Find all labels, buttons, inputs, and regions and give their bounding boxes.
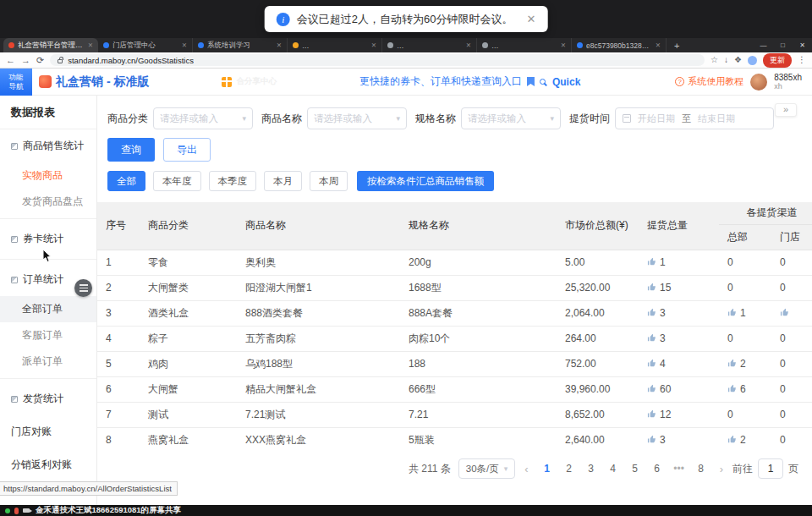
pickup-icon (647, 409, 660, 420)
window-maximize-button[interactable]: □ (773, 41, 793, 49)
extensions-icon[interactable]: ❖ (734, 56, 742, 64)
cell-spec: 200g (400, 250, 557, 275)
tutorial-link[interactable]: ? 系统使用教程 (675, 75, 743, 88)
table-row: 4粽子五芳斋肉粽肉粽10个264.00300 (97, 326, 812, 351)
tab-close-icon[interactable]: ✕ (656, 41, 661, 49)
browser-tab[interactable]: e8c573980b1328a258fd2e6f✕ (572, 38, 667, 52)
tab-close-icon[interactable]: ✕ (182, 41, 187, 49)
sidebar-subitem[interactable]: 派单订单 (0, 349, 96, 375)
page-size-select[interactable]: 30条/页 ▾ (458, 458, 516, 479)
sidebar-subitem[interactable]: 发货商品盘点 (0, 189, 96, 215)
date-range-picker[interactable]: 开始日期 至 结束日期 (615, 107, 774, 129)
browser-tab[interactable]: 系统培训学习✕ (193, 38, 288, 52)
quick-filter-chip[interactable]: 本季度 (209, 171, 257, 191)
quick-filter-chip[interactable]: 本周 (310, 171, 348, 191)
sidebar-subitem[interactable]: 客服订单 (0, 322, 96, 349)
sidebar-item[interactable]: 发货统计 (0, 382, 96, 415)
reload-icon[interactable]: ⟳ (36, 56, 44, 65)
spec-select[interactable]: 请选择或输入 ▾ (461, 107, 561, 129)
sidebar-item[interactable]: 券卡统计 (0, 222, 96, 255)
cell-name: 888酒类套餐 (237, 300, 400, 326)
tab-close-icon[interactable]: ✕ (561, 41, 566, 49)
tab-close-icon[interactable]: ✕ (277, 41, 282, 49)
browser-tab[interactable]: …✕ (382, 38, 477, 52)
cell-category: 鸡肉 (140, 351, 237, 376)
downloads-icon[interactable]: ↓ (724, 56, 728, 64)
filter-spec-label: 规格名称 (415, 112, 456, 126)
pagination-page[interactable]: 6 (648, 459, 667, 478)
pagination-pages: 123456•••8 (538, 459, 710, 478)
bookmark-star-icon[interactable]: ☆ (710, 56, 718, 64)
category-placeholder: 请选择或输入 (160, 113, 218, 125)
filter-name: 商品名称 请选择或输入 ▾ (261, 107, 407, 129)
summary-button[interactable]: 按检索条件汇总商品销售额 (357, 171, 494, 191)
browser-update-button[interactable]: 更新 (763, 53, 792, 68)
quick-filter-chip[interactable]: 全部 (107, 171, 145, 191)
browser-tab[interactable]: 门店管理中心✕ (98, 38, 193, 52)
sidebar-subitem[interactable]: 全部订单 (0, 296, 96, 322)
sidebar-item[interactable]: 商品销售统计 (0, 129, 96, 162)
browser-tab[interactable]: …✕ (477, 38, 572, 52)
lock-icon[interactable] (58, 59, 63, 63)
cell-spec: 7.21 (400, 402, 557, 427)
pagination-page[interactable]: 4 (604, 459, 623, 478)
forward-icon[interactable]: → (21, 56, 30, 65)
sidebar-item[interactable]: 分销返利对账 (0, 448, 96, 481)
prev-page-icon[interactable]: ‹ (523, 463, 529, 475)
sidebar-item[interactable]: 门店对账 (0, 415, 96, 448)
panel-collapse-icon[interactable]: » (775, 103, 797, 117)
export-button[interactable]: 导出 (163, 138, 211, 162)
tab-close-icon[interactable]: ✕ (371, 41, 376, 49)
tab-label: … (397, 41, 463, 50)
cell-pickup-total: 4 (639, 351, 719, 376)
category-select[interactable]: 请选择或输入 ▾ (153, 107, 253, 129)
table-row: 6大闸蟹精品大闸蟹礼盒666型39,960.006060 (97, 376, 812, 402)
cell-spec: 666型 (400, 376, 557, 402)
window-close-button[interactable]: ✕ (793, 41, 812, 49)
table-row: 2大闸蟹类阳澄湖大闸蟹11688型25,320.001500 (97, 275, 812, 300)
microphone-icon[interactable] (14, 508, 19, 514)
gift-icon (222, 77, 232, 87)
toast-close-icon[interactable]: ✕ (526, 13, 535, 25)
share-center-link[interactable]: 合分享中心 (222, 76, 277, 87)
browser-tab[interactable]: 礼盒营销平台管理中心✕ (3, 38, 98, 52)
pagination: 共 211 条 30条/页 ▾ ‹ 123456•••8 › 前往 1 页 (97, 448, 812, 479)
quick-filter-chip[interactable]: 本年度 (153, 171, 201, 191)
quick-entry-link[interactable]: 更快捷的券卡、订单和快递查询入口 Quick (359, 74, 580, 89)
pagination-page[interactable]: 5 (626, 459, 645, 478)
tab-label: … (491, 41, 557, 50)
kebab-menu-icon[interactable]: ⋮ (798, 56, 806, 64)
pagination-page[interactable]: 2 (560, 459, 579, 478)
search-button[interactable]: 查询 (107, 138, 155, 162)
window-minimize-button[interactable]: — (754, 41, 773, 49)
cell-pickup-total: 15 (639, 275, 719, 300)
date-separator: 至 (682, 113, 691, 125)
end-date-placeholder: 结束日期 (698, 113, 735, 125)
camera-icon[interactable] (23, 508, 30, 513)
pagination-page[interactable]: 1 (538, 459, 557, 478)
window-controls: — □ ✕ (754, 38, 812, 52)
sidebar-subitem[interactable]: 实物商品 (0, 162, 96, 189)
sidebar-divider (0, 218, 96, 219)
cell-market-total: 2,640.00 (557, 427, 639, 448)
function-nav-button[interactable]: 功能 导航 (0, 69, 32, 96)
quick-filter-chip[interactable]: 本月 (264, 171, 302, 191)
browser-profile-icon[interactable] (748, 56, 757, 65)
menu-collapse-handle[interactable] (74, 279, 92, 297)
tab-close-icon[interactable]: ✕ (88, 41, 93, 49)
pagination-page[interactable]: 3 (582, 459, 601, 478)
tab-close-icon[interactable]: ✕ (466, 41, 471, 49)
address-bar[interactable]: standard.maboy.cn/GoodsStatistics (50, 54, 705, 66)
name-select[interactable]: 请选择或输入 ▾ (307, 107, 407, 129)
user-avatar[interactable] (750, 74, 767, 91)
jump-page-input[interactable]: 1 (758, 458, 783, 479)
pickup-icon (647, 307, 660, 319)
new-tab-button[interactable]: + (667, 38, 687, 52)
user-block[interactable]: 8385xh xh (774, 73, 802, 91)
cell-value: 0 (780, 383, 786, 395)
back-icon[interactable]: ← (6, 56, 15, 65)
browser-tab[interactable]: …✕ (288, 38, 382, 52)
header-name: 商品名称 (237, 202, 400, 250)
pagination-page[interactable]: 8 (692, 459, 710, 478)
next-page-icon[interactable]: › (718, 463, 725, 475)
